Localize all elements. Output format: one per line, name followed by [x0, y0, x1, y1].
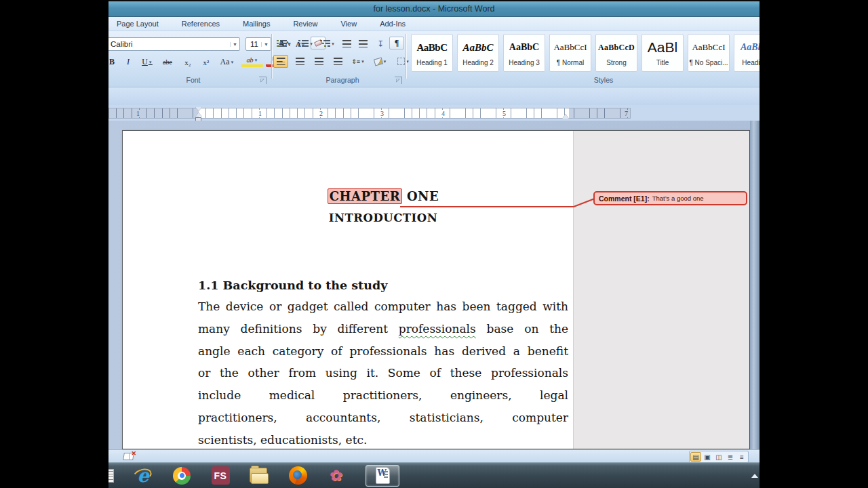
- group-divider: [271, 34, 272, 79]
- sort-button[interactable]: ↧: [373, 37, 388, 50]
- outline-view-button[interactable]: ≣: [725, 452, 736, 462]
- ribbon: Calibri ▼ 11 ▼ A˄ A˅ B I U▼ abe x₂ x² Aa…: [108, 31, 760, 87]
- body-line: include medical practitioners, engineers…: [198, 384, 568, 407]
- tab-view[interactable]: View: [338, 18, 359, 29]
- change-case-button[interactable]: Aa▼: [217, 56, 237, 68]
- bulleted-list-icon: [277, 40, 287, 47]
- font-size-combobox[interactable]: 11 ▼: [245, 37, 271, 51]
- decrease-indent-button[interactable]: [339, 37, 354, 50]
- document-page[interactable]: CHAPTER ONE INTRODUCTION 1.1 Background …: [123, 131, 573, 449]
- ribbon-lower-strip: [108, 87, 760, 105]
- subscript-button[interactable]: x₂: [180, 56, 195, 68]
- tab-add-ins[interactable]: Add-Ins: [377, 18, 408, 29]
- print-layout-view-button[interactable]: ▤: [690, 452, 701, 462]
- justify-icon: [334, 58, 342, 65]
- body-line: many definitions by different profession…: [198, 318, 568, 340]
- increase-indent-icon: [359, 40, 368, 47]
- line-spacing-button[interactable]: ⇕≡ ▼: [348, 55, 368, 68]
- draft-view-button[interactable]: ≡: [736, 452, 747, 462]
- ruler-row: 1 1 2 3 4 5 7: [108, 105, 760, 121]
- decrease-indent-icon: [342, 40, 351, 47]
- chapter-heading[interactable]: CHAPTER ONE: [198, 189, 568, 203]
- show-hidden-icons-arrow[interactable]: [751, 474, 758, 478]
- style-heading-blue[interactable]: AaBbC Heading: [734, 34, 760, 72]
- word-window: for lesson.docx - Microsoft Word Page La…: [108, 0, 760, 488]
- strikethrough-button[interactable]: abe: [160, 56, 175, 68]
- superscript-button[interactable]: x²: [199, 56, 214, 68]
- internet-explorer-icon[interactable]: e: [134, 466, 153, 485]
- chrome-icon[interactable]: [172, 466, 191, 485]
- style-heading1[interactable]: AaBbC Heading 1: [411, 34, 453, 72]
- windows-explorer-icon[interactable]: [250, 466, 269, 485]
- tab-mailings[interactable]: Mailings: [240, 18, 273, 29]
- grammar-flagged-word[interactable]: professionals: [399, 322, 476, 336]
- bullets-button[interactable]: ▼: [275, 37, 293, 50]
- chevron-down-icon[interactable]: ▼: [149, 60, 153, 64]
- tab-references[interactable]: References: [179, 18, 222, 29]
- body-paragraph[interactable]: The device or gadget called computer has…: [198, 296, 568, 449]
- indent-marker[interactable]: [195, 107, 202, 121]
- right-indent-marker[interactable]: [562, 114, 569, 119]
- group-divider: [406, 34, 406, 79]
- chevron-down-icon[interactable]: ▼: [361, 60, 365, 64]
- full-screen-reading-view-button[interactable]: ▣: [702, 452, 713, 462]
- italic-button[interactable]: I: [121, 56, 136, 68]
- body-line: The device or gadget called computer has…: [198, 296, 568, 318]
- firefox-icon[interactable]: [288, 466, 307, 485]
- section-heading[interactable]: 1.1 Background to the study: [198, 279, 568, 292]
- comment-balloon[interactable]: Comment [E1]: That’s a good one: [593, 191, 747, 205]
- word-taskbar-button[interactable]: W: [366, 465, 399, 487]
- text-highlight-button[interactable]: ab▼: [241, 56, 263, 67]
- flower-app-icon[interactable]: ✿: [327, 466, 346, 485]
- style-strong[interactable]: AaBbCcD Strong: [595, 34, 637, 72]
- numbered-list-icon: [298, 40, 309, 47]
- increase-indent-button[interactable]: [355, 37, 370, 50]
- style-no-spacing[interactable]: AaBbCcI ¶ No Spaci...: [688, 34, 730, 72]
- style-heading2[interactable]: AaBbC Heading 2: [457, 34, 499, 72]
- align-right-button[interactable]: [311, 55, 326, 68]
- commented-text-highlight[interactable]: CHAPTER: [328, 188, 402, 204]
- horizontal-ruler[interactable]: 1 1 2 3 4 5 7: [108, 108, 631, 119]
- chevron-down-icon[interactable]: ▼: [309, 42, 313, 46]
- chevron-down-icon[interactable]: ▼: [254, 58, 258, 62]
- shading-button[interactable]: ▼: [370, 55, 391, 68]
- introduction-heading[interactable]: INTRODUCTION: [198, 211, 568, 224]
- body-line: angle each category of professionals has…: [198, 340, 568, 363]
- pilcrow-icon: ¶: [395, 38, 399, 48]
- justify-button[interactable]: [330, 55, 345, 68]
- proofing-error-icon[interactable]: ✕: [123, 452, 135, 461]
- chevron-down-icon[interactable]: ▼: [383, 60, 387, 64]
- font-dialog-launcher-icon[interactable]: ◿: [259, 77, 267, 84]
- multilevel-list-button[interactable]: ▼: [319, 37, 336, 50]
- vertical-scrollbar[interactable]: [750, 121, 760, 449]
- font-name-combobox[interactable]: Calibri ▼: [108, 37, 240, 51]
- title-bar[interactable]: for lesson.docx - Microsoft Word: [108, 0, 760, 17]
- view-shortcuts: ▤ ▣ ◫ ≣ ≡: [689, 451, 749, 463]
- chevron-down-icon[interactable]: ▼: [261, 42, 271, 47]
- chevron-down-icon[interactable]: ▼: [331, 42, 335, 46]
- document-area: CHAPTER ONE INTRODUCTION 1.1 Background …: [108, 121, 760, 449]
- chevron-down-icon[interactable]: ▼: [288, 42, 292, 46]
- screen: for lesson.docx - Microsoft Word Page La…: [0, 0, 868, 488]
- tab-review[interactable]: Review: [290, 18, 320, 29]
- align-center-button[interactable]: [292, 55, 307, 68]
- style-title[interactable]: AaBl Title: [642, 34, 684, 72]
- numbering-button[interactable]: ▼: [297, 37, 315, 50]
- chevron-down-icon[interactable]: ▼: [231, 60, 235, 64]
- bold-button[interactable]: B: [108, 56, 119, 68]
- align-left-button[interactable]: [273, 55, 288, 68]
- clipped-taskbar-icon[interactable]: [108, 469, 114, 483]
- borders-icon: [397, 58, 405, 65]
- style-normal[interactable]: AaBbCcI ¶ Normal: [549, 34, 591, 72]
- web-layout-view-button[interactable]: ◫: [713, 452, 724, 462]
- underline-button[interactable]: U▼: [137, 56, 157, 68]
- paragraph-dialog-launcher-icon[interactable]: ◿: [395, 77, 402, 84]
- show-paragraph-marks-button[interactable]: ¶: [389, 37, 404, 49]
- faststone-fs-icon[interactable]: FS: [211, 466, 230, 485]
- styles-group-label: Styles: [556, 76, 651, 85]
- status-bar: ✕ ▤ ▣ ◫ ≣ ≡: [108, 449, 760, 462]
- chevron-down-icon[interactable]: ▼: [230, 42, 239, 47]
- tab-page-layout[interactable]: Page Layout: [114, 18, 161, 29]
- align-left-icon: [277, 58, 285, 65]
- style-heading3[interactable]: AaBbC Heading 3: [503, 34, 545, 72]
